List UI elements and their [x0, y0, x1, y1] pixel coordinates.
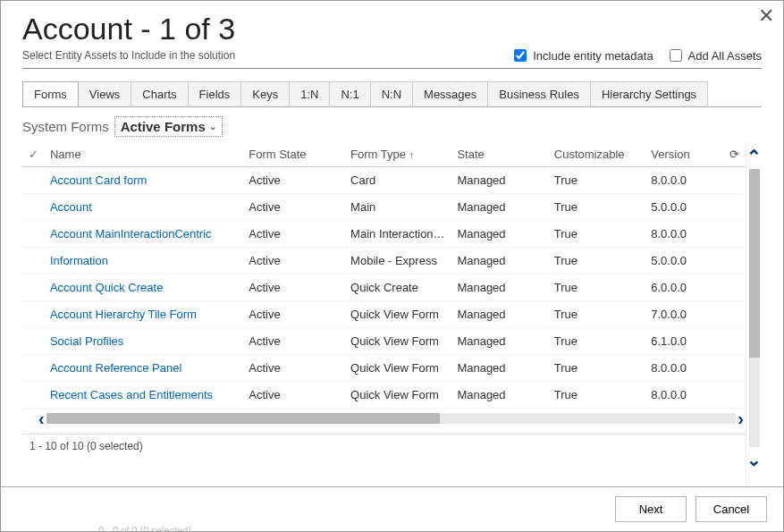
- subtitle-row: Select Entity Assets to Include in the s…: [22, 46, 762, 69]
- form-link[interactable]: Account Quick Create: [50, 281, 163, 294]
- table-row[interactable]: Account Quick CreateActiveQuick CreateMa…: [22, 274, 746, 301]
- next-button[interactable]: Next: [615, 496, 687, 522]
- include-entity-metadata-checkbox[interactable]: Include entity metadata: [510, 46, 653, 64]
- cell-customizable: True: [549, 274, 645, 301]
- table-header-row: ✓ Name Form State Form Type ↑ State Cust…: [22, 142, 746, 167]
- tab-1-n[interactable]: 1:N: [289, 81, 330, 106]
- cell-name: Information: [45, 248, 243, 274]
- header-checkboxes: Include entity metadata Add All Assets: [510, 46, 762, 64]
- cell-version: 6.0.0.0: [645, 274, 723, 301]
- h-scroll-track[interactable]: [46, 413, 737, 424]
- horizontal-scrollbar[interactable]: ‹ ›: [37, 410, 746, 426]
- chevron-down-icon: ⌄: [209, 122, 216, 131]
- row-check[interactable]: [22, 382, 45, 409]
- cell-version: 5.0.0.0: [645, 248, 723, 274]
- add-all-assets-input[interactable]: [670, 49, 682, 62]
- cell-state: Managed: [451, 221, 548, 248]
- status-bar: 1 - 10 of 10 (0 selected): [22, 434, 746, 458]
- row-check[interactable]: [22, 328, 45, 355]
- cell-form-state: Active: [243, 301, 345, 328]
- tab-keys[interactable]: Keys: [240, 81, 290, 106]
- cell-form-type: Quick View Form: [345, 355, 451, 382]
- cell-name: Account Reference Panel: [45, 355, 243, 382]
- form-link[interactable]: Social Profiles: [50, 334, 123, 348]
- table-row[interactable]: Account Hierarchy Tile FormActiveQuick V…: [22, 301, 746, 328]
- table-row[interactable]: Account Card formActiveCardManagedTrue8.…: [22, 167, 746, 194]
- tab-hierarchy-settings[interactable]: Hierarchy Settings: [590, 81, 708, 106]
- form-link[interactable]: Account Hierarchy Tile Form: [50, 308, 197, 321]
- row-check[interactable]: [22, 274, 45, 301]
- cell-state: Managed: [451, 328, 548, 355]
- cell-empty: [723, 328, 746, 355]
- col-state[interactable]: State: [451, 142, 548, 167]
- tab-n-1[interactable]: N:1: [329, 81, 370, 106]
- grid-body: ✓ Name Form State Form Type ↑ State Cust…: [22, 142, 746, 486]
- v-scroll-thumb[interactable]: [749, 169, 760, 358]
- page-title: Account - 1 of 3: [22, 12, 762, 46]
- col-check[interactable]: ✓: [22, 142, 45, 167]
- table-row[interactable]: Account MainInteractionCentricActiveMain…: [22, 221, 746, 248]
- cell-version: 5.0.0.0: [645, 194, 723, 221]
- row-check[interactable]: [22, 167, 45, 194]
- vertical-scrollbar[interactable]: ⌃ ⌄: [746, 142, 762, 486]
- cell-empty: [723, 221, 746, 248]
- cell-empty: [723, 382, 746, 409]
- cell-customizable: True: [549, 167, 645, 194]
- form-link[interactable]: Account Card form: [50, 173, 147, 187]
- row-check[interactable]: [22, 194, 45, 221]
- forms-table: ✓ Name Form State Form Type ↑ State Cust…: [22, 142, 746, 409]
- table-row[interactable]: InformationActiveMobile - ExpressManaged…: [22, 248, 746, 274]
- cell-version: 8.0.0.0: [645, 382, 723, 409]
- close-icon[interactable]: ✕: [758, 6, 774, 26]
- h-scroll-thumb[interactable]: [46, 413, 440, 424]
- tab-n-n[interactable]: N:N: [370, 81, 413, 106]
- tab-messages[interactable]: Messages: [412, 81, 488, 106]
- cell-form-type: Main: [345, 194, 451, 221]
- filter-row: System Forms Active Forms ⌄: [1, 107, 783, 142]
- tab-views[interactable]: Views: [78, 81, 131, 106]
- col-form-state[interactable]: Form State: [243, 142, 345, 167]
- scroll-left-icon[interactable]: ‹: [37, 410, 46, 427]
- cell-state: Managed: [451, 194, 548, 221]
- add-all-assets-label: Add All Assets: [688, 49, 762, 63]
- cell-name: Account Card form: [45, 167, 243, 194]
- form-link[interactable]: Account Reference Panel: [50, 361, 181, 375]
- table-row[interactable]: Social ProfilesActiveQuick View FormMana…: [22, 328, 746, 355]
- cell-form-state: Active: [243, 167, 345, 194]
- tab-forms[interactable]: Forms: [22, 81, 79, 106]
- add-all-assets-checkbox[interactable]: Add All Assets: [666, 46, 762, 64]
- col-version[interactable]: Version: [645, 142, 723, 167]
- row-check[interactable]: [22, 301, 45, 328]
- row-check[interactable]: [22, 248, 45, 274]
- include-entity-metadata-input[interactable]: [514, 49, 527, 62]
- tab-fields[interactable]: Fields: [188, 81, 242, 106]
- scroll-up-icon[interactable]: ⌃: [746, 148, 762, 165]
- form-link[interactable]: Account MainInteractionCentric: [50, 227, 212, 241]
- cell-version: 8.0.0.0: [645, 355, 723, 382]
- col-customizable[interactable]: Customizable: [549, 142, 645, 167]
- cell-customizable: True: [549, 355, 645, 382]
- table-row[interactable]: Account Reference PanelActiveQuick View …: [22, 355, 746, 382]
- cell-form-state: Active: [243, 221, 345, 248]
- form-link[interactable]: Information: [50, 254, 108, 267]
- scroll-down-icon[interactable]: ⌄: [746, 451, 762, 469]
- v-scroll-track[interactable]: [749, 169, 760, 447]
- cell-version: 8.0.0.0: [645, 167, 723, 194]
- col-name[interactable]: Name: [45, 142, 243, 167]
- refresh-button[interactable]: ⟳: [723, 142, 746, 167]
- table-row[interactable]: Recent Cases and EntitlementsActiveQuick…: [22, 382, 746, 409]
- row-check[interactable]: [22, 355, 45, 382]
- cancel-button[interactable]: Cancel: [695, 496, 767, 522]
- filter-dropdown[interactable]: Active Forms ⌄: [114, 116, 223, 137]
- tab-business-rules[interactable]: Business Rules: [487, 81, 591, 106]
- scroll-right-icon[interactable]: ›: [736, 410, 746, 427]
- col-form-type[interactable]: Form Type ↑: [345, 142, 451, 167]
- tab-charts[interactable]: Charts: [131, 81, 188, 106]
- row-check[interactable]: [22, 221, 45, 248]
- cell-form-type: Quick View Form: [345, 301, 451, 328]
- sort-asc-icon: ↑: [409, 149, 415, 160]
- form-link[interactable]: Recent Cases and Entitlements: [50, 388, 213, 401]
- form-link[interactable]: Account: [50, 200, 92, 214]
- cell-name: Account MainInteractionCentric: [45, 221, 243, 248]
- table-row[interactable]: AccountActiveMainManagedTrue5.0.0.0: [22, 194, 746, 221]
